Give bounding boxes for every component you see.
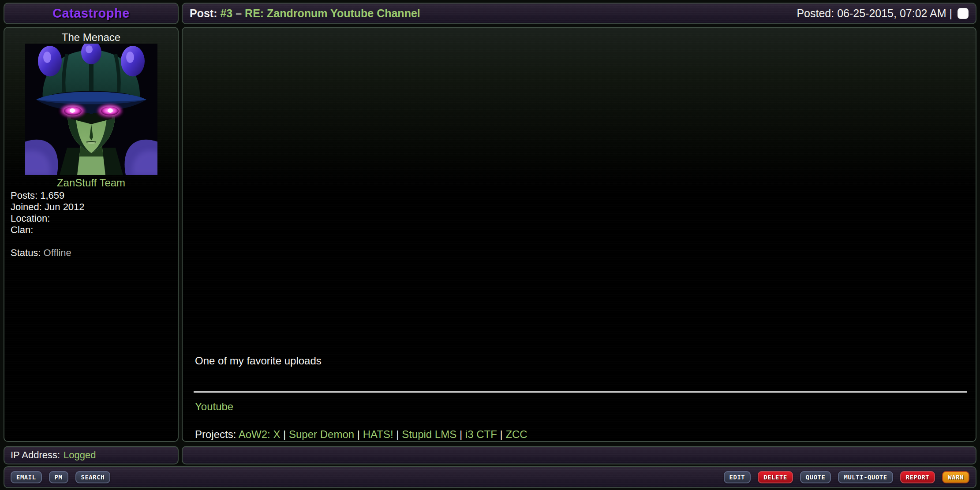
status-label: Status: <box>11 247 41 258</box>
post-footer-panel <box>182 446 976 464</box>
email-button[interactable]: EMAIL <box>11 471 42 483</box>
ip-logged-link[interactable]: Logged <box>64 449 96 461</box>
post-posted-line: Posted: 06-25-2015, 07:02 AM | <box>797 7 969 20</box>
signature-divider <box>194 391 967 393</box>
project-link-super-demon[interactable]: Super Demon <box>289 428 354 440</box>
project-separator: | <box>393 428 402 440</box>
edit-button[interactable]: EDIT <box>724 471 751 483</box>
post-label: Post: <box>190 7 217 19</box>
post-select-checkbox[interactable] <box>958 8 969 19</box>
posted-separator: | <box>950 7 953 19</box>
meruem-avatar[interactable] <box>25 44 157 175</box>
project-link-zcc[interactable]: ZCC <box>505 428 527 440</box>
status-value: Offline <box>44 247 71 258</box>
user-stat-clan: Clan: <box>11 224 85 236</box>
post-header-panel: Post: #3 – RE: Zandronum Youtube Channel… <box>182 3 976 24</box>
project-separator: | <box>456 428 465 440</box>
user-stat-location: Location: <box>11 213 85 224</box>
project-link-aow2-x[interactable]: AoW2: X <box>239 428 281 440</box>
pm-button[interactable]: PM <box>49 471 68 483</box>
quote-button[interactable]: QUOTE <box>800 471 831 483</box>
search-button[interactable]: SEARCH <box>75 471 111 483</box>
forum-post-page: Catastrophe Post: #3 – RE: Zandronum You… <box>0 0 980 490</box>
posted-text: Posted: 06-25-2015, 07:02 AM | <box>797 7 952 20</box>
project-separator: | <box>497 428 506 440</box>
youtube-link[interactable]: Youtube <box>195 401 233 412</box>
posted-label: Posted: <box>797 7 834 19</box>
project-link-i3-ctf[interactable]: i3 CTF <box>465 428 497 440</box>
post-subject-separator: – <box>236 7 242 19</box>
user-group-title: ZanStuff Team <box>4 177 178 189</box>
delete-button[interactable]: DELETE <box>758 471 793 483</box>
posted-datetime: 06-25-2015, 07:02 AM <box>837 7 946 19</box>
toolbar-right-buttons: EDITDELETEQUOTEMULTI-QUOTEREPORTWARN <box>724 471 969 483</box>
report-button[interactable]: REPORT <box>900 471 935 483</box>
projects-label: Projects: <box>195 428 236 440</box>
post-body-panel: One of my favorite uploads Youtube Proje… <box>182 27 976 442</box>
post-number-link[interactable]: #3 <box>220 7 232 19</box>
user-stats: Posts: 1,659Joined: Jun 2012Location:Cla… <box>11 190 85 236</box>
user-status-line: Status: Offline <box>11 247 71 259</box>
user-custom-title: The Menace <box>4 31 178 44</box>
post-subject-link[interactable]: RE: Zandronum Youtube Channel <box>245 7 420 19</box>
project-separator: | <box>280 428 289 440</box>
project-links: AoW2: X | Super Demon | HATS! | Stupid L… <box>239 428 527 440</box>
ip-label: IP Address: <box>11 449 60 461</box>
project-link-stupid-lms[interactable]: Stupid LMS <box>402 428 456 440</box>
ip-address-panel: IP Address: Logged <box>4 446 179 464</box>
user-stat-posts: Posts: 1,659 <box>11 190 85 201</box>
username-link[interactable]: Catastrophe <box>52 6 130 21</box>
username-header-panel: Catastrophe <box>4 3 179 24</box>
project-link-hats[interactable]: HATS! <box>363 428 393 440</box>
signature-youtube-line: Youtube <box>195 401 233 413</box>
toolbar-left-buttons: EMAILPMSEARCH <box>11 471 110 483</box>
signature-projects-line: Projects: AoW2: X | Super Demon | HATS! … <box>195 428 527 441</box>
post-body-text: One of my favorite uploads <box>195 355 322 367</box>
post-toolbar: EMAILPMSEARCH EDITDELETEQUOTEMULTI-QUOTE… <box>4 466 976 488</box>
post-subject-line: Post: #3 – RE: Zandronum Youtube Channel <box>190 7 420 20</box>
multi-quote-button[interactable]: MULTI-QUOTE <box>838 471 893 483</box>
warn-button[interactable]: WARN <box>942 471 969 483</box>
user-stat-joined: Joined: Jun 2012 <box>11 201 85 213</box>
project-separator: | <box>354 428 363 440</box>
user-info-panel: The Menace <box>4 27 179 442</box>
